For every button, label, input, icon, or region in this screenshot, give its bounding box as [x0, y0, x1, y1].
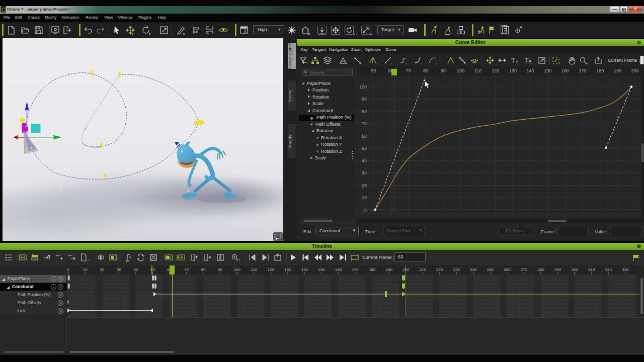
svg-text:20: 20	[362, 183, 367, 188]
svg-text:160: 160	[561, 68, 569, 73]
svg-text:40: 40	[362, 158, 367, 163]
svg-text:140: 140	[527, 68, 534, 73]
svg-text:110: 110	[474, 68, 481, 73]
svg-text:170: 170	[579, 68, 586, 73]
svg-text:130: 130	[509, 68, 517, 73]
svg-text:200: 200	[631, 68, 638, 73]
svg-text:30: 30	[362, 170, 367, 175]
svg-text:60: 60	[362, 134, 367, 139]
svg-text:50: 50	[362, 146, 367, 151]
svg-text:100: 100	[457, 68, 464, 73]
svg-text:80: 80	[362, 109, 367, 114]
svg-text:70: 70	[362, 121, 367, 126]
svg-text:100: 100	[359, 84, 367, 89]
svg-text:120: 120	[492, 68, 499, 73]
svg-text:70: 70	[406, 68, 411, 73]
svg-text:10: 10	[362, 195, 367, 200]
svg-text:180: 180	[596, 68, 604, 73]
svg-text:80: 80	[423, 68, 428, 73]
svg-text:90: 90	[362, 97, 367, 102]
svg-text:0: 0	[364, 208, 367, 213]
svg-text:150: 150	[544, 68, 551, 73]
svg-text:190: 190	[614, 68, 621, 73]
svg-text:50: 50	[371, 68, 376, 73]
svg-text:90: 90	[441, 68, 446, 73]
